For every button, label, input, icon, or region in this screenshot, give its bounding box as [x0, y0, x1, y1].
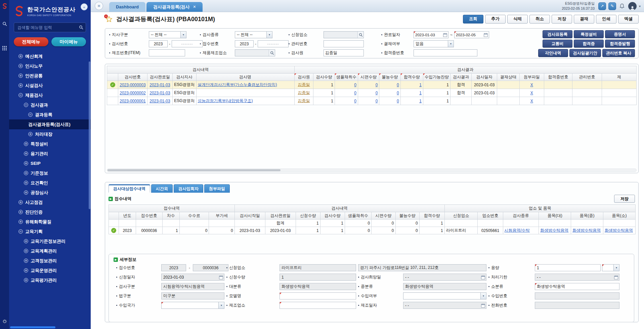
cell-link[interactable]: 시험용역/수탁	[505, 228, 530, 233]
expand-icon[interactable]: +	[18, 83, 23, 88]
cell-link[interactable]: 2023-0000001	[120, 99, 145, 103]
cell-link[interactable]: 2023-01-03	[149, 99, 170, 103]
cell-link[interactable]: 0	[354, 83, 356, 87]
collapse-icon[interactable]: −	[18, 93, 23, 97]
cell-link[interactable]: 화생방수탁용역	[572, 228, 601, 233]
table-row[interactable]: ✓2023-00000032023-01-03ESG경영처설계단계검사기록부(가…	[107, 81, 637, 89]
sidebar-item[interactable]: −교육기획	[9, 227, 91, 236]
cell-link[interactable]: 2023-01-03	[149, 83, 170, 87]
sidebar-item[interactable]: +사고점검	[9, 197, 91, 207]
sidebar-item[interactable]: +교육계획관리	[9, 246, 91, 256]
editable-field[interactable]	[280, 302, 356, 309]
special-facility-button[interactable]: 특정설비	[574, 30, 604, 38]
favorite-star-icon[interactable]: +	[105, 16, 113, 22]
cell-link[interactable]: 설계단계검사기록부(가스누출경보차단장치)	[198, 82, 277, 87]
cert-no-input[interactable]	[414, 49, 477, 56]
cell-link[interactable]: 2023-01-03	[149, 91, 170, 95]
cell-link[interactable]: 0	[397, 91, 399, 95]
tab-dashboard[interactable]: Dashboard	[109, 2, 145, 12]
avatar[interactable]	[628, 2, 637, 10]
calendar-icon[interactable]	[481, 275, 485, 279]
close-icon[interactable]: ✕	[193, 5, 196, 9]
edit-icon[interactable]: ✎	[608, 2, 616, 10]
collapse-icon[interactable]: −	[28, 112, 33, 117]
expand-icon[interactable]: +	[18, 64, 23, 68]
expand-icon[interactable]: +	[24, 239, 28, 243]
excel-button[interactable]: 엑셀	[618, 15, 639, 23]
transport-fee-button[interactable]: 교통비	[543, 40, 572, 48]
cell-link[interactable]: 0	[354, 91, 356, 95]
menu-search[interactable]	[14, 22, 86, 32]
cell-link[interactable]: 김종일	[298, 82, 310, 87]
text-input[interactable]	[280, 293, 356, 299]
pass-cert-button[interactable]: 합격증	[574, 40, 604, 48]
receipt-no-serial-input[interactable]	[258, 40, 289, 47]
insp-no-year-input[interactable]	[149, 40, 168, 47]
cell-link[interactable]: 0	[354, 99, 356, 103]
sidebar-item[interactable]: −제품검사	[9, 90, 91, 100]
inspector-input[interactable]	[324, 49, 364, 56]
tab-overtime[interactable]: 시간외	[151, 184, 173, 193]
cell-link[interactable]: 1	[419, 83, 422, 87]
cell-link[interactable]: X	[530, 99, 533, 103]
external-link-icon[interactable]: ↗	[598, 2, 606, 10]
certificate-button[interactable]: 증명서	[605, 30, 635, 38]
delete-button[interactable]: 삭제	[507, 15, 528, 23]
all-menu-button[interactable]: 전체메뉴	[14, 37, 48, 46]
menu-search-input[interactable]	[14, 22, 86, 32]
dropdown-select[interactable]: ▼	[161, 302, 224, 309]
manage-no-copy-button[interactable]: 관리번호 복사	[602, 49, 635, 57]
calendar-icon[interactable]	[614, 275, 618, 279]
sidebar-item[interactable]: +유해화학물질	[9, 217, 91, 227]
insp-sheet-register-button[interactable]: 검사표등록	[543, 30, 572, 38]
cell-link[interactable]: 2023-0000002	[120, 91, 145, 95]
capacity-input[interactable]	[535, 265, 600, 271]
cell-link[interactable]: 김종일	[298, 90, 310, 95]
search-icon[interactable]	[2, 21, 7, 27]
table-row[interactable]: 2023-00000012023-01-03ESG경영처성능검정기록부(내압방폭…	[107, 97, 637, 105]
expand-icon[interactable]: +	[24, 142, 28, 146]
sidebar-item[interactable]: +교육기준정보관리	[9, 236, 91, 246]
bell-icon[interactable]	[618, 2, 626, 10]
complete-date-from-field[interactable]	[414, 31, 448, 38]
product-maker-input[interactable]	[235, 50, 269, 56]
sidebar-collapse-button[interactable]: «	[81, 3, 88, 10]
expand-icon[interactable]: +	[18, 200, 23, 204]
pass-cert-issue-button[interactable]: 합격증발행	[605, 40, 635, 48]
cell-link[interactable]: X	[530, 83, 533, 87]
hamburger-menu-button[interactable]: ≡	[95, 2, 103, 10]
item-no-input[interactable]	[149, 49, 185, 56]
cell-link[interactable]: 화생방수탁용역	[605, 228, 633, 233]
expand-icon[interactable]: +	[18, 54, 23, 58]
search-icon[interactable]	[269, 50, 275, 56]
expand-icon[interactable]: +	[24, 278, 28, 282]
insp-type-select[interactable]: -- 전체 --▼	[235, 31, 272, 38]
sidebar-vertical-scrollbar[interactable]	[89, 61, 90, 209]
collapse-icon[interactable]: −	[24, 103, 28, 107]
cell-link[interactable]: 김종일	[298, 98, 310, 103]
horizontal-scrollbar[interactable]	[107, 169, 637, 172]
sidebar-item[interactable]: +고객정보관리	[9, 256, 91, 266]
expand-icon[interactable]: +	[24, 190, 28, 195]
cell-link[interactable]: X	[530, 91, 533, 95]
editable-field[interactable]	[280, 292, 356, 299]
tab-insp-target-receipt[interactable]: 검사대상접수내역	[109, 184, 150, 193]
sidebar-item[interactable]: +시설검사	[9, 81, 91, 90]
expand-icon[interactable]: +	[18, 220, 23, 224]
engraving-list-button[interactable]: 각인내역	[538, 49, 568, 57]
expand-icon[interactable]: +	[24, 161, 28, 166]
editable-field[interactable]	[535, 264, 601, 271]
gear-icon[interactable]	[2, 319, 7, 325]
expand-icon[interactable]: +	[24, 258, 28, 263]
collapse-icon[interactable]: −	[18, 229, 23, 234]
sidebar-item[interactable]: +SEIP	[9, 158, 91, 168]
tab-attachment[interactable]: 첨부파일	[204, 184, 230, 193]
cell-link[interactable]: 화생방수탁용역	[540, 228, 568, 233]
capacity-unit-select[interactable]: ▼	[602, 264, 619, 271]
cell-link[interactable]: 성능검정기록부(내압방폭구조)	[198, 98, 253, 103]
sidebar-item[interactable]: +안전공통	[9, 71, 91, 81]
sidebar-item[interactable]: +특정설비	[9, 139, 91, 149]
date-to-input[interactable]	[455, 32, 484, 38]
dropdown-select[interactable]: ▼	[403, 292, 486, 299]
save-button[interactable]: 저장	[552, 15, 572, 23]
